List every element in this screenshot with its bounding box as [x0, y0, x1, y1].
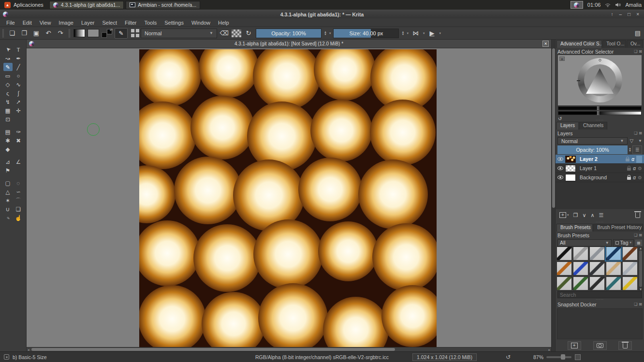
tab-tool-options[interactable]: Tool O...: [602, 40, 626, 48]
toolbar-drag-handle[interactable]: [2, 29, 4, 38]
zoom-level[interactable]: 87%: [533, 354, 543, 360]
tab-layers[interactable]: Layers: [556, 122, 579, 130]
canvas-viewport[interactable]: [27, 48, 551, 347]
tab-brush-presets[interactable]: Brush Presets: [556, 224, 593, 232]
maximize-button[interactable]: □: [628, 12, 630, 17]
brush-preset-13[interactable]: [606, 276, 621, 290]
add-layer-button[interactable]: + ▾: [559, 212, 569, 218]
tool-pan[interactable]: ☝: [14, 214, 23, 222]
taskbar-window-1[interactable]: Armbian - scrot /home/a...: [126, 1, 200, 9]
tool-outline-select[interactable]: ❏: [14, 205, 23, 213]
tag-button[interactable]: Tag ▾: [613, 239, 634, 246]
size-options-caret[interactable]: ▾: [407, 31, 409, 35]
memory-status-icon[interactable]: ↺: [506, 354, 511, 361]
tool-line[interactable]: ╱: [14, 63, 23, 71]
layer-row-layer-2[interactable]: Layer 2 α: [556, 155, 644, 164]
scroll-track[interactable]: [639, 250, 642, 287]
layer-thumbnail[interactable]: [565, 165, 576, 172]
size-slider[interactable]: Size: 40.00 px: [333, 29, 399, 38]
tab-advanced-color-selector[interactable]: Advanced Color S...: [556, 40, 602, 48]
duplicate-layer-button[interactable]: ❐: [573, 212, 578, 218]
tool-colorize-mask[interactable]: ✖: [14, 136, 23, 145]
tool-ellipse-select[interactable]: ◌: [14, 179, 23, 187]
menu-file[interactable]: File: [2, 20, 19, 26]
lightness-bar[interactable]: [558, 111, 642, 115]
save-button[interactable]: ▣: [31, 29, 41, 38]
tab-overview[interactable]: Ov...: [627, 40, 643, 48]
menu-settings[interactable]: Settings: [161, 20, 188, 26]
color-history-bar[interactable]: [558, 106, 642, 110]
tool-color-picker[interactable]: ✑: [14, 128, 23, 136]
tool-calligraphy[interactable]: ✒: [14, 54, 23, 62]
visibility-icon[interactable]: [557, 175, 563, 179]
tool-freehand-brush[interactable]: ✎: [3, 63, 13, 71]
preserve-alpha-button[interactable]: [232, 29, 241, 37]
create-snapshot-button[interactable]: +: [568, 341, 581, 350]
layer-style-icon[interactable]: ⚙: [638, 166, 642, 171]
float-docker-icon[interactable]: ❏: [634, 233, 637, 237]
layer-view-options-button[interactable]: ☰: [632, 145, 642, 154]
brush-preset-7[interactable]: [589, 261, 605, 275]
tool-polygon[interactable]: ◇: [3, 80, 13, 88]
brush-preset-11[interactable]: [573, 276, 588, 290]
brush-preset-10[interactable]: [556, 276, 572, 290]
menu-view[interactable]: View: [36, 20, 55, 26]
layer-style-icon[interactable]: ⚙: [638, 175, 642, 180]
brush-preset-12[interactable]: [589, 276, 605, 290]
brush-editor-button[interactable]: ✎: [115, 28, 128, 39]
brush-search-input[interactable]: [557, 291, 642, 298]
swap-colors-icon[interactable]: ⇄: [110, 28, 113, 32]
tool-fill[interactable]: ◆: [3, 145, 13, 153]
tool-rectangle[interactable]: ▭: [3, 72, 13, 80]
brush-preset-status-icon[interactable]: [4, 354, 9, 360]
brush-preset-3[interactable]: [606, 246, 621, 261]
tool-reference-images[interactable]: ⚑: [3, 166, 13, 174]
layer-row-layer-1[interactable]: Layer 1 α ⚙: [556, 164, 644, 173]
toolbar-drag-handle[interactable]: [69, 29, 70, 38]
close-docker-icon[interactable]: ⊠: [639, 131, 642, 135]
tab-channels[interactable]: Channels: [579, 122, 607, 130]
close-button[interactable]: ×: [636, 12, 639, 17]
alpha-lock-icon[interactable]: α: [633, 166, 636, 171]
tool-polygon-select[interactable]: △: [3, 188, 13, 196]
close-docker-icon[interactable]: ⊠: [639, 302, 642, 306]
visibility-icon[interactable]: [557, 157, 563, 161]
vertical-scrollbar[interactable]: [551, 40, 555, 351]
zoom-to-fit-icon[interactable]: [575, 354, 581, 360]
network-icon[interactable]: [605, 2, 611, 7]
tool-polyline[interactable]: ∿: [14, 80, 23, 88]
brush-preset-1[interactable]: [573, 246, 588, 261]
tool-assistants[interactable]: ⊿: [3, 158, 13, 166]
size-spinner[interactable]: ▲▼: [401, 31, 404, 36]
selector-settings-icon[interactable]: ▤: [559, 57, 565, 61]
tool-dynamic-brush[interactable]: ↯: [3, 98, 13, 106]
move-layer-up-button[interactable]: ∧: [590, 212, 594, 218]
float-docker-icon[interactable]: ❏: [634, 302, 637, 306]
opacity-slider[interactable]: Opacity: 100%: [256, 29, 322, 38]
eraser-mode-button[interactable]: ⌫: [220, 29, 229, 38]
menu-layer[interactable]: Layer: [77, 20, 99, 26]
visibility-icon[interactable]: [557, 166, 563, 170]
layer-row-background[interactable]: Background α ⚙: [556, 173, 644, 182]
tool-bezier-curve[interactable]: ς: [3, 89, 13, 97]
tool-smart-patch[interactable]: ✱: [3, 136, 13, 145]
open-document-button[interactable]: ❐: [19, 29, 29, 38]
horizontal-scrollbar[interactable]: ◂ ▸: [27, 347, 551, 351]
menu-edit[interactable]: Edit: [19, 20, 36, 26]
zoom-slider[interactable]: [546, 356, 571, 358]
opacity-options-caret[interactable]: ▾: [329, 31, 331, 35]
blending-mode-dropdown[interactable]: Normal ▼: [141, 29, 217, 38]
reload-preset-button[interactable]: ↻: [244, 29, 253, 38]
canvas-image[interactable]: [139, 49, 437, 347]
layer-thumbnail[interactable]: [565, 174, 576, 181]
redo-button[interactable]: ↷: [56, 29, 65, 38]
float-docker-icon[interactable]: ❏: [634, 49, 637, 54]
workspace-chooser-button[interactable]: ▤: [633, 29, 643, 38]
menu-select[interactable]: Select: [98, 20, 121, 26]
taskbar-window-0[interactable]: 4.3.1-alpha (git aba6da1...: [49, 1, 124, 9]
float-docker-icon[interactable]: ❏: [634, 131, 637, 135]
brush-preset-0[interactable]: [556, 246, 572, 261]
layer-thumbnail[interactable]: [565, 156, 576, 163]
undo-button[interactable]: ↶: [44, 29, 53, 38]
menu-window[interactable]: Window: [188, 20, 214, 26]
